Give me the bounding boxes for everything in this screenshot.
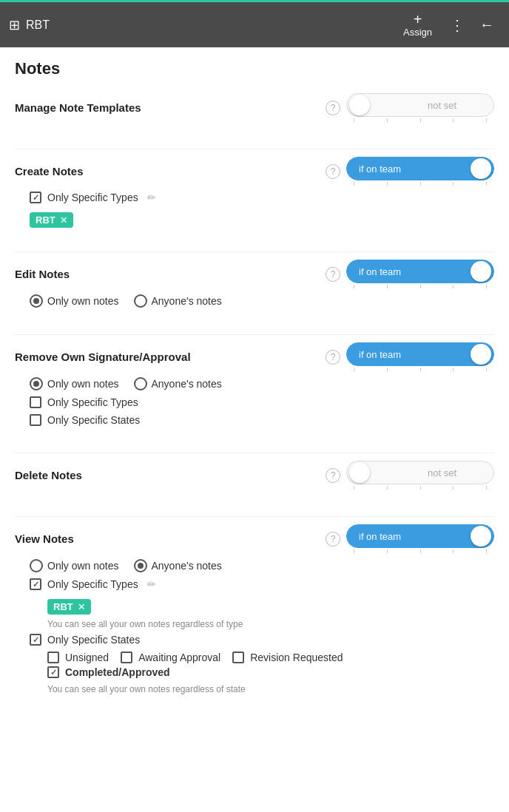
create-notes-tag-area: RBT ✕ [30,209,494,231]
remove-signature-only-own-circle [30,377,43,390]
edit-notes-section: Edit Notes ? if on team Only own notes [15,260,494,321]
app-name: RBT [26,18,50,32]
view-notes-only-own-radio[interactable]: Only own notes [30,559,119,572]
edit-notes-toggle[interactable]: if on team [346,260,494,283]
view-notes-states-row1: Unsigned Awaiting Approval Revision Requ… [47,652,494,663]
view-notes-thumb [471,526,491,547]
create-notes-toggle[interactable]: if on team [346,157,494,180]
remove-signature-anyones-circle [134,377,147,390]
view-notes-hint1: You can see all your own notes regardles… [47,619,494,629]
edit-notes-row: Edit Notes ? if on team [15,260,494,288]
view-notes-completed-row: Completed/Approved [47,666,494,678]
view-notes-toggle-wrapper: if on team [346,524,494,553]
edit-notes-only-own-label: Only own notes [47,295,119,307]
view-notes-only-specific-types-checkbox[interactable] [30,578,41,590]
edit-notes-label: Edit Notes [15,268,326,280]
remove-signature-only-own-label: Only own notes [47,378,119,390]
manage-note-templates-row: Manage Note Templates ? not set [15,93,494,122]
view-notes-toggle[interactable]: if on team [346,524,494,548]
more-options-button[interactable]: ⋮ [444,13,471,37]
create-notes-edit-icon[interactable]: ✏ [147,192,156,203]
top-bar-actions: + Assign ⋮ ← [394,9,500,41]
create-notes-section: Create Notes ? if on team Only Specific … [15,157,494,238]
view-notes-unsigned-row: Unsigned [47,652,109,663]
view-notes-anyones-label: Anyone's notes [152,560,222,572]
delete-notes-section: Delete Notes ? not set [15,461,494,503]
delete-notes-thumb [349,462,370,483]
view-notes-only-specific-states-row: Only Specific States [30,634,494,646]
edit-notes-toggle-wrapper: if on team [346,260,494,288]
remove-signature-only-specific-types-checkbox[interactable] [30,396,41,408]
delete-notes-help-icon[interactable]: ? [326,468,340,483]
remove-signature-row: Remove Own Signature/Approval ? if on te… [15,342,494,371]
view-notes-edit-icon[interactable]: ✏ [147,578,156,590]
view-notes-awaiting-checkbox[interactable] [121,652,132,663]
edit-notes-radio-row: Only own notes Anyone's notes [30,294,494,308]
view-notes-revision-checkbox[interactable] [232,652,244,663]
view-notes-only-specific-states-label: Only Specific States [47,634,140,646]
delete-notes-ticks [346,484,494,490]
create-notes-rbt-tag: RBT ✕ [30,212,73,228]
delete-notes-row: Delete Notes ? not set [15,461,494,490]
page-title: Notes [15,59,494,78]
remove-signature-only-specific-states-row: Only Specific States [30,414,494,426]
edit-notes-anyones-radio[interactable]: Anyone's notes [134,294,222,308]
create-notes-only-specific-types-label: Only Specific Types [47,192,138,203]
view-notes-anyones-radio[interactable]: Anyone's notes [134,559,222,572]
assign-button[interactable]: + Assign [394,9,441,41]
edit-notes-anyones-label: Anyone's notes [152,295,222,307]
view-notes-awaiting-label: Awaiting Approval [138,652,220,663]
remove-signature-only-specific-states-checkbox[interactable] [30,414,41,426]
view-notes-tag-close[interactable]: ✕ [78,602,85,612]
remove-signature-only-own-radio[interactable]: Only own notes [30,377,119,390]
remove-signature-toggle-wrapper: if on team [346,342,494,371]
edit-notes-toggle-label: if on team [359,266,401,277]
create-notes-row: Create Notes ? if on team [15,157,494,186]
remove-signature-radio-row: Only own notes Anyone's notes [30,377,494,390]
delete-notes-label: Delete Notes [15,469,326,481]
view-notes-only-own-circle [30,559,43,572]
create-notes-only-specific-types-checkbox[interactable] [30,192,41,203]
manage-note-templates-ticks [346,117,494,122]
remove-signature-anyones-radio[interactable]: Anyone's notes [134,377,222,390]
manage-note-templates-toggle[interactable]: not set [346,93,494,117]
remove-signature-toggle[interactable]: if on team [346,342,494,366]
edit-notes-anyones-radio-circle [134,294,147,308]
remove-signature-sub-options: Only own notes Anyone's notes Only Speci… [15,377,494,426]
manage-note-templates-toggle-wrapper: not set [346,93,494,122]
view-notes-unsigned-checkbox[interactable] [47,652,59,663]
view-notes-completed-checkbox[interactable] [47,666,59,678]
remove-signature-toggle-label: if on team [359,349,401,360]
back-button[interactable]: ← [473,13,500,36]
view-notes-row: View Notes ? if on team [15,524,494,553]
view-notes-awaiting-row: Awaiting Approval [121,652,220,663]
delete-notes-toggle-wrapper: not set [346,461,494,490]
remove-signature-thumb [471,344,491,365]
create-notes-only-specific-types-row: Only Specific Types ✏ [30,192,494,203]
view-notes-label: View Notes [15,532,326,545]
manage-note-templates-help-icon[interactable]: ? [326,101,340,115]
create-notes-sub-options: Only Specific Types ✏ RBT ✕ [15,192,494,231]
view-notes-sub-options: Only own notes Anyone's notes Only Speci… [15,559,494,694]
edit-notes-thumb [471,261,491,282]
remove-signature-anyones-label: Anyone's notes [152,378,222,390]
view-notes-toggle-label: if on team [359,531,401,542]
delete-notes-not-set: not set [428,467,456,478]
create-notes-thumb [471,158,491,179]
edit-notes-only-own-radio[interactable]: Only own notes [30,294,119,308]
edit-notes-only-own-radio-circle [30,294,43,308]
manage-note-templates-label: Manage Note Templates [15,101,326,114]
view-notes-only-specific-states-checkbox[interactable] [30,634,41,646]
create-notes-tag-close[interactable]: ✕ [60,215,67,226]
edit-notes-ticks [346,283,494,288]
top-bar: ⊞ RBT + Assign ⋮ ← [0,0,509,47]
view-notes-completed-label: Completed/Approved [65,666,170,678]
remove-signature-help-icon[interactable]: ? [326,350,340,365]
create-notes-toggle-label: if on team [359,163,401,175]
view-notes-help-icon[interactable]: ? [326,532,340,547]
edit-notes-help-icon[interactable]: ? [326,267,340,282]
delete-notes-toggle[interactable]: not set [346,461,494,484]
create-notes-help-icon[interactable]: ? [326,164,340,179]
assign-label: Assign [403,27,432,38]
view-notes-only-specific-types-row: Only Specific Types ✏ [30,578,494,590]
